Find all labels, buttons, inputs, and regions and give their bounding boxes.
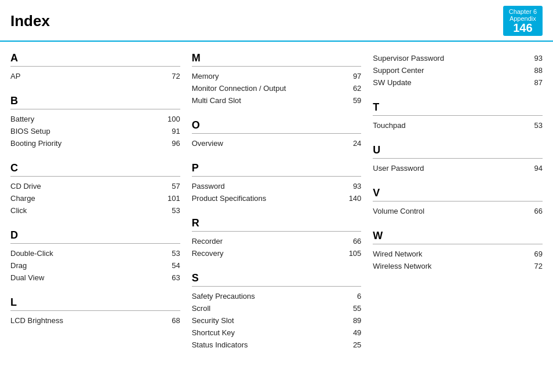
entry-label: Recorder bbox=[192, 237, 223, 246]
entry-page: 100 bbox=[163, 115, 180, 123]
page-header: Index Chapter 6 Appendix 146 bbox=[0, 0, 553, 42]
entry-page: 87 bbox=[525, 78, 543, 87]
index-entry: Overview24 bbox=[192, 137, 362, 149]
entry-page: 97 bbox=[344, 72, 361, 80]
index-entry: SW Update87 bbox=[373, 76, 543, 89]
entry-page: 94 bbox=[525, 164, 543, 173]
entry-page: 96 bbox=[163, 139, 180, 148]
entry-page: 54 bbox=[163, 261, 180, 270]
entry-page: 66 bbox=[344, 237, 361, 246]
section-letter-0-0: A bbox=[10, 52, 180, 67]
entry-page: 93 bbox=[525, 54, 543, 63]
entry-page: 88 bbox=[525, 66, 543, 75]
entry-label: Product Specifications bbox=[192, 194, 267, 203]
index-entry: Wireless Network72 bbox=[373, 260, 543, 272]
column-0: AAP72BBattery100BIOS Setup91Booting Prio… bbox=[10, 52, 192, 356]
entry-label: Security Slot bbox=[192, 316, 234, 325]
index-entry: Drag54 bbox=[10, 259, 180, 272]
index-entry: Touchpad53 bbox=[373, 119, 543, 131]
entry-label: Dual View bbox=[10, 273, 44, 282]
index-entry: CD Drive57 bbox=[10, 180, 180, 192]
entry-label: SW Update bbox=[373, 78, 411, 87]
index-entry: Monitor Connection / Output62 bbox=[192, 82, 362, 94]
entry-label: Wired Network bbox=[373, 250, 422, 258]
entry-page: 91 bbox=[163, 127, 180, 135]
entry-label: Drag bbox=[10, 261, 27, 270]
index-entry: Shortcut Key49 bbox=[192, 327, 362, 339]
entry-label: Monitor Connection / Output bbox=[192, 84, 286, 93]
index-entry: Safety Precautions6 bbox=[192, 290, 362, 302]
entry-label: Support Center bbox=[373, 66, 424, 75]
entry-page: 72 bbox=[163, 72, 180, 80]
entry-label: Booting Priority bbox=[10, 139, 61, 148]
section-letter-0-1: B bbox=[10, 95, 180, 109]
entry-label: Wireless Network bbox=[373, 262, 431, 270]
entry-label: LCD Brightness bbox=[10, 316, 63, 325]
entry-label: Multi Card Slot bbox=[192, 96, 241, 105]
section-letter-1-3: R bbox=[192, 217, 362, 232]
index-entry: LCD Brightness68 bbox=[10, 314, 180, 327]
entry-label: AP bbox=[10, 72, 20, 80]
entry-label: Battery bbox=[10, 115, 34, 123]
index-entry: Scroll55 bbox=[192, 302, 362, 314]
column-1: MMemory97Monitor Connection / Output62Mu… bbox=[192, 52, 373, 356]
index-entry: AP72 bbox=[10, 70, 180, 82]
entry-page: 89 bbox=[344, 316, 361, 325]
index-entry: Recorder66 bbox=[192, 235, 362, 247]
index-entry: Dual View63 bbox=[10, 272, 180, 284]
entry-label: Scroll bbox=[192, 304, 211, 313]
section-letter-0-3: D bbox=[10, 229, 180, 244]
index-entry: Wired Network69 bbox=[373, 248, 543, 260]
index-entry: Charge101 bbox=[10, 192, 180, 204]
entry-label: Memory bbox=[192, 72, 219, 80]
entry-page: 69 bbox=[525, 250, 543, 258]
entry-label: Click bbox=[10, 206, 27, 215]
entry-label: BIOS Setup bbox=[10, 127, 50, 135]
entry-label: Double-Click bbox=[10, 249, 53, 258]
chapter-badge: Chapter 6 Appendix 146 bbox=[503, 6, 543, 36]
entry-label: Shortcut Key bbox=[192, 328, 235, 337]
entry-page: 68 bbox=[163, 316, 180, 325]
entry-label: User Password bbox=[373, 164, 424, 173]
section-letter-0-4: L bbox=[10, 296, 180, 311]
entry-page: 57 bbox=[163, 182, 180, 190]
section-letter-2-3: V bbox=[373, 187, 543, 202]
index-entry: Battery100 bbox=[10, 113, 180, 125]
chapter-label: Chapter 6 bbox=[509, 8, 537, 15]
entry-label: Status Indicators bbox=[192, 340, 248, 349]
section-letter-1-2: P bbox=[192, 162, 362, 177]
index-content: AAP72BBattery100BIOS Setup91Booting Prio… bbox=[0, 42, 553, 366]
index-entry: BIOS Setup91 bbox=[10, 125, 180, 137]
index-entry: Support Center88 bbox=[373, 64, 543, 76]
index-entry: Memory97 bbox=[192, 70, 362, 82]
entry-label: Recovery bbox=[192, 249, 224, 258]
section-letter-2-1: T bbox=[373, 101, 543, 116]
section-letter-1-1: O bbox=[192, 119, 362, 134]
page-title: Index bbox=[10, 12, 50, 30]
entry-label: Overview bbox=[192, 139, 223, 148]
entry-page: 6 bbox=[344, 292, 361, 301]
index-entry: Click53 bbox=[10, 204, 180, 217]
entry-page: 53 bbox=[163, 249, 180, 258]
entry-label: Password bbox=[192, 182, 225, 190]
section-letter-2-4: W bbox=[373, 230, 543, 244]
index-entry: Security Slot89 bbox=[192, 314, 362, 327]
section-letter-0-2: C bbox=[10, 162, 180, 177]
page-number: 146 bbox=[513, 22, 532, 34]
entry-page: 53 bbox=[525, 121, 543, 130]
index-entry: Volume Control66 bbox=[373, 205, 543, 217]
entry-page: 25 bbox=[344, 340, 361, 349]
index-entry: User Password94 bbox=[373, 162, 543, 174]
index-entry: Status Indicators25 bbox=[192, 339, 362, 351]
entry-label: Supervisor Password bbox=[373, 54, 444, 63]
column-2: Supervisor Password93Support Center88SW … bbox=[373, 52, 543, 356]
section-letter-1-4: S bbox=[192, 272, 362, 287]
section-letter-2-2: U bbox=[373, 144, 543, 159]
entry-page: 55 bbox=[344, 304, 361, 313]
entry-label: Touchpad bbox=[373, 121, 405, 130]
entry-label: CD Drive bbox=[10, 182, 41, 190]
entry-page: 63 bbox=[163, 273, 180, 282]
entry-page: 72 bbox=[525, 262, 543, 270]
entry-page: 140 bbox=[344, 194, 361, 203]
entry-page: 24 bbox=[344, 139, 361, 148]
